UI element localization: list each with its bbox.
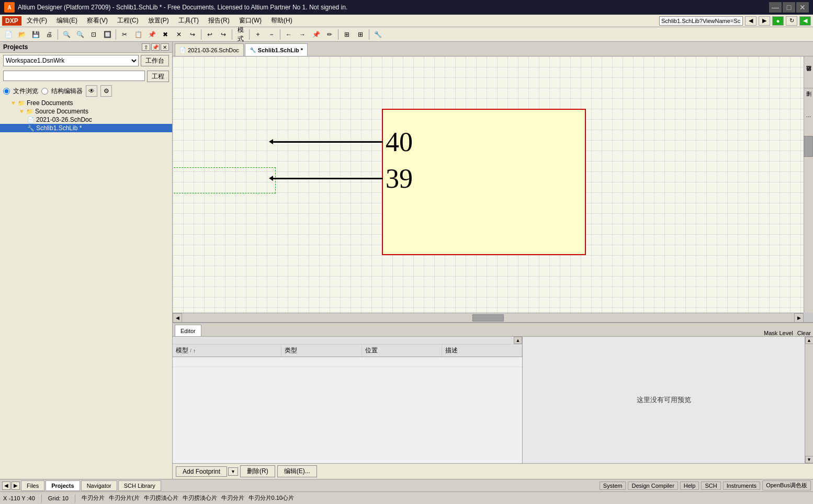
menu-item-tools[interactable]: 工具(T)	[174, 15, 203, 26]
side-tab-delete[interactable]: 删	[804, 88, 813, 100]
title-bar-controls[interactable]: — □ ✕	[769, 2, 809, 13]
tb-rotate-btn[interactable]: ↪	[186, 29, 199, 40]
bottom-tab-editor[interactable]: Editor	[175, 325, 201, 336]
close-button[interactable]: ✕	[796, 2, 809, 13]
tb-paste-btn[interactable]: 📌	[145, 29, 158, 40]
doc-tab-schdoc[interactable]: 📄 2021-03-26.SchDoc	[175, 43, 244, 56]
menu-item-window[interactable]: 窗口(W)	[235, 15, 266, 26]
status-help-btn[interactable]: Help	[680, 482, 699, 490]
menu-item-file[interactable]: 文件(F)	[22, 15, 51, 26]
nav-green-button[interactable]: ●	[772, 16, 784, 26]
col-model[interactable]: 模型 /	[173, 345, 281, 357]
minimize-button[interactable]: —	[769, 2, 782, 13]
panel-tab-navigator[interactable]: Navigator	[81, 480, 117, 491]
edit-btn[interactable]: 编辑(E)...	[277, 465, 317, 477]
bottom-scroll-up-btn[interactable]: ▲	[805, 337, 814, 344]
tb-right-btn[interactable]: →	[296, 29, 309, 40]
tb-zoom-fit-btn[interactable]: ⊡	[87, 29, 100, 40]
tb-zoom-in-btn[interactable]: 🔍	[60, 29, 73, 40]
status-instruments-btn[interactable]: Instruments	[723, 482, 760, 490]
tb-redo-btn[interactable]: ↪	[217, 29, 230, 40]
table-scroll-up-btn[interactable]: ▲	[514, 337, 522, 344]
side-tab-recent[interactable]: 最近档	[804, 73, 814, 77]
vscroll-thumb[interactable]	[804, 136, 813, 157]
tb-save-btn[interactable]: 💾	[29, 29, 42, 40]
tb-zoom-out-btn[interactable]: 🔍	[74, 29, 86, 40]
tb-delete-btn[interactable]: ✖	[159, 29, 172, 40]
nav-status-button[interactable]: ◀	[799, 16, 811, 26]
doc-tab-schlib[interactable]: 🔧 Schlib1.SchLib *	[245, 43, 308, 56]
tree-item-schlib[interactable]: 🔧 Schlib1.SchLib *	[0, 124, 172, 132]
tb-pencil-btn[interactable]: ✏	[323, 29, 336, 40]
bottom-scroll-down-btn[interactable]: ▼	[805, 456, 814, 463]
panel-float-btn[interactable]: ⇧	[142, 43, 150, 51]
tb-wire-btn[interactable]: ⊞	[354, 29, 367, 40]
project-search-input[interactable]	[3, 71, 145, 81]
nav-prev-btn[interactable]: ◀	[2, 482, 10, 490]
tb-undo-btn[interactable]: ↩	[204, 29, 216, 40]
radio-file-label: 文件浏览	[13, 87, 38, 96]
tb-cut-btn[interactable]: ✂	[118, 29, 131, 40]
left-panel: Projects ⇧ 📌 ✕ Workspace1.DsnWrk 工作台 工程	[0, 42, 173, 479]
hscroll-left-btn[interactable]: ◀	[173, 313, 182, 323]
nav-back-button[interactable]: ◀	[745, 16, 756, 26]
pin-39-selection-box	[173, 167, 276, 193]
view-icon-btn[interactable]: 👁	[86, 85, 97, 97]
tb-component-btn[interactable]: 🔧	[371, 29, 384, 40]
maximize-button[interactable]: □	[783, 2, 795, 13]
panel-tab-files[interactable]: Files	[21, 480, 44, 491]
side-tab-more[interactable]: …	[805, 110, 812, 120]
tb-grid-btn[interactable]: ⊞	[341, 29, 353, 40]
status-openbus-btn[interactable]: OpenBus调色板	[762, 480, 811, 490]
radio-struct[interactable]	[41, 88, 48, 95]
add-footprint-btn[interactable]: Add Footprint	[176, 466, 227, 477]
tb-copy-btn[interactable]: 📋	[132, 29, 144, 40]
status-sch-btn[interactable]: SCH	[701, 482, 720, 490]
tb-zoom-region-btn[interactable]: 🔲	[101, 29, 114, 40]
tb-mode-btn[interactable]: 模式	[234, 29, 247, 40]
search-input[interactable]	[659, 16, 743, 26]
menu-item-dxp[interactable]: DXP	[2, 16, 21, 26]
tb-open-btn[interactable]: 📂	[16, 29, 28, 40]
status-dc-btn[interactable]: Design Compiler	[628, 482, 677, 490]
nav-forward-button[interactable]: ▶	[759, 16, 770, 26]
menu-item-reports[interactable]: 报告(R)	[204, 15, 234, 26]
radio-file[interactable]	[3, 88, 10, 95]
hscroll-thumb[interactable]	[472, 314, 504, 322]
settings-icon-btn[interactable]: ⚙	[100, 85, 112, 97]
tree-item-source[interactable]: ▼ 📁 Source Documents	[0, 107, 172, 116]
tree-item-root[interactable]: ▼ 📁 Free Documents	[0, 99, 172, 107]
side-tab-view[interactable]: 察看档	[804, 59, 814, 63]
tb-left-btn[interactable]: ←	[283, 29, 295, 40]
tree-item-schdoc[interactable]: 📄 2021-03-26.SchDoc	[0, 116, 172, 124]
panel-pin-btn[interactable]: 📌	[151, 43, 160, 51]
tb-print-btn[interactable]: 🖨	[43, 29, 55, 40]
clear-button[interactable]: Clear	[797, 330, 811, 336]
panel-tab-schlibrary[interactable]: SCH Library	[118, 480, 161, 491]
hscroll-right-btn[interactable]: ▶	[794, 313, 804, 323]
workspace-button[interactable]: 工作台	[141, 55, 169, 66]
tb-cross-btn[interactable]: ✕	[173, 29, 185, 40]
status-system-btn[interactable]: System	[600, 482, 626, 490]
workspace-select[interactable]: Workspace1.DsnWrk	[3, 55, 139, 66]
nav-next-btn[interactable]: ▶	[12, 482, 20, 490]
menu-item-help[interactable]: 帮助(H)	[267, 15, 297, 26]
schematic-canvas[interactable]: 40 39	[173, 56, 804, 313]
add-footprint-dropdown[interactable]: ▼	[228, 467, 238, 476]
panel-tab-projects[interactable]: Projects	[46, 480, 80, 491]
menu-item-edit[interactable]: 编辑(E)	[52, 15, 82, 26]
tb-new-btn[interactable]: 📄	[2, 29, 15, 40]
tb-plus-btn[interactable]: +	[252, 29, 264, 40]
delete-btn[interactable]: 删除(R)	[240, 465, 275, 477]
menu-item-project[interactable]: 工程(C)	[113, 15, 143, 26]
menu-item-view[interactable]: 察看(V)	[83, 15, 112, 26]
editor-content: ▲ 模型 / 类型	[173, 337, 813, 463]
project-button[interactable]: 工程	[147, 71, 169, 82]
tb-minus-btn[interactable]: −	[265, 29, 278, 40]
panel-close-btn[interactable]: ✕	[161, 43, 169, 51]
menu-item-place[interactable]: 放置(P)	[144, 15, 173, 26]
hscroll-bar[interactable]: ◀ ▶	[173, 313, 804, 322]
nav-sync-button[interactable]: ↻	[786, 16, 797, 26]
doc-tab-label-schlib: Schlib1.SchLib *	[258, 47, 303, 53]
tb-pin-btn[interactable]: 📌	[310, 29, 322, 40]
